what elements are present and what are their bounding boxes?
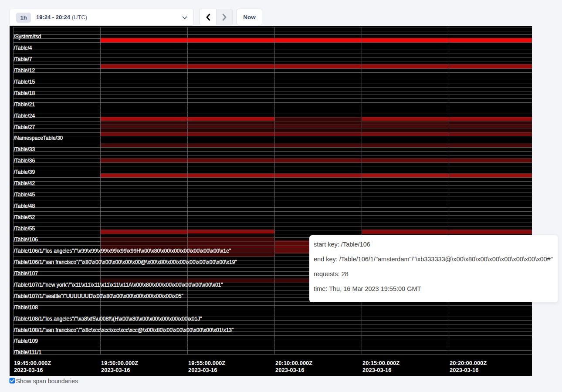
svg-text:/Table/106/1/"los angeles"/"\x: /Table/106/1/"los angeles"/"\x99\x99\x99… [14,248,231,254]
svg-text:/System/tsd: /System/tsd [14,34,41,40]
svg-text:/Table/39: /Table/39 [14,169,35,175]
svg-text:2023-03-16: 2023-03-16 [450,367,479,373]
svg-text:/Table/45: /Table/45 [14,192,35,198]
svg-text:/Table/36: /Table/36 [14,158,35,164]
svg-text:2023-03-16: 2023-03-16 [188,367,217,373]
svg-text:/Table/106: /Table/106 [14,237,38,243]
svg-text:2023-03-16: 2023-03-16 [362,367,392,373]
svg-text:2023-03-16: 2023-03-16 [275,367,305,373]
svg-text:/NamespaceTable/30: /NamespaceTable/30 [14,135,63,141]
svg-text:/Table/48: /Table/48 [14,203,35,209]
svg-text:/Table/107/1/"seattle"/"UUUUUU: /Table/107/1/"seattle"/"UUUUUUD\x00\x80\… [14,293,183,299]
svg-text:/Table/109: /Table/109 [14,338,38,344]
svg-text:/Table/33: /Table/33 [14,146,35,152]
svg-text:2023-03-16: 2023-03-16 [101,367,130,373]
svg-text:20:10:00.000Z: 20:10:00.000Z [275,360,312,366]
svg-text:/Table/55: /Table/55 [14,226,35,232]
svg-text:20:20:00.000Z: 20:20:00.000Z [450,360,487,366]
svg-text:19:55:00.000Z: 19:55:00.000Z [188,360,225,366]
svg-text:/Table/111/1: /Table/111/1 [14,349,42,355]
svg-text:/Table/52: /Table/52 [14,214,35,220]
svg-text:/Table/108/1/"san francisco"/": /Table/108/1/"san francisco"/"\x8c\xcc\x… [14,327,234,333]
svg-text:/Table/107/1/"new york"/"\x11\: /Table/107/1/"new york"/"\x11\x11\x11\x1… [14,282,223,288]
svg-text:/Table/21: /Table/21 [14,101,35,108]
svg-text:/Table/108: /Table/108 [14,304,38,311]
svg-text:2023-03-16: 2023-03-16 [14,367,43,373]
svg-text:/Table/4: /Table/4 [14,45,32,51]
svg-text:20:15:00.000Z: 20:15:00.000Z [362,360,399,366]
svg-text:/Table/42: /Table/42 [14,180,35,186]
svg-text:19:45:00.000Z: 19:45:00.000Z [14,360,51,366]
svg-text:/Table/27: /Table/27 [14,124,35,130]
svg-text:/Table/7: /Table/7 [14,56,32,62]
svg-text:/Table/12: /Table/12 [14,68,35,74]
svg-text:/Table/24: /Table/24 [14,113,35,119]
svg-text:/Table/107: /Table/107 [14,270,38,277]
svg-text:/Table/15: /Table/15 [14,79,35,85]
svg-text:/Table/106/1/"san francisco"/": /Table/106/1/"san francisco"/"\x80\x00\x… [14,259,237,265]
svg-text:/Table/108/1/"los angeles"/"\x: /Table/108/1/"los angeles"/"\xa8\xf5\u00… [14,316,202,322]
svg-text:19:50:00.000Z: 19:50:00.000Z [101,360,138,366]
svg-text:/Table/18: /Table/18 [14,90,35,96]
